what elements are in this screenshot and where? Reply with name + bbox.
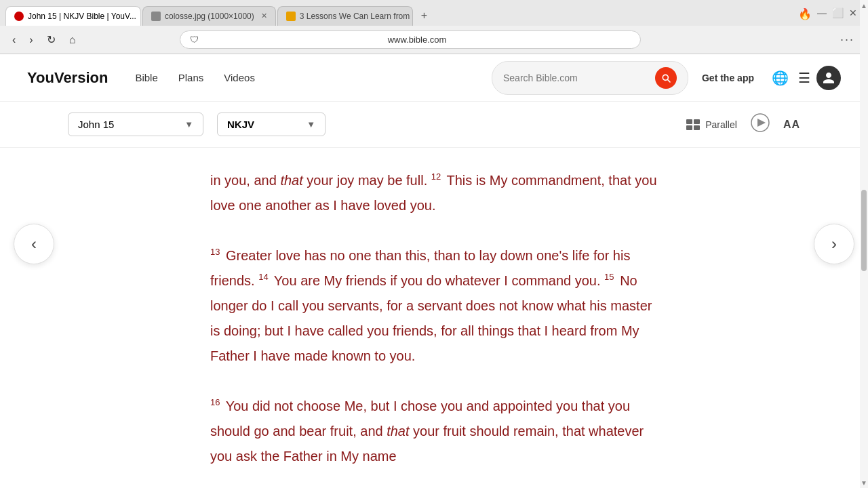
scrollbar-thumb[interactable] — [861, 190, 867, 271]
scrollbar[interactable]: ▲ ▼ — [860, 0, 868, 488]
tab-article[interactable]: 3 Lessons We Can Learn from P... ✕ — [277, 6, 413, 26]
user-icon — [822, 71, 835, 85]
verse-num-14: 14 — [258, 272, 268, 282]
prev-chapter-button[interactable]: ‹ — [14, 224, 54, 264]
book-label: John 15 — [78, 119, 114, 130]
verse-14-text: You are My friends if you do whatever I … — [271, 273, 604, 288]
parallel-button[interactable]: Parallel — [686, 119, 737, 130]
maximize-icon[interactable]: ⬜ — [832, 7, 844, 20]
verse-num-12: 12 — [431, 171, 441, 182]
content-area: ‹ in you, and that your joy may be full.… — [0, 148, 868, 488]
audio-button[interactable] — [751, 113, 770, 136]
next-arrow-icon: › — [831, 235, 837, 253]
tab-favicon-article — [286, 12, 296, 21]
verse-text-prefix: in you, and — [210, 173, 280, 188]
refresh-button[interactable]: ↻ — [43, 30, 60, 49]
back-button[interactable]: ‹ — [8, 31, 20, 49]
flame-icon: 🔥 — [798, 7, 812, 20]
forward-button[interactable]: › — [25, 31, 37, 49]
search-button[interactable] — [655, 67, 677, 89]
main-nav: Bible Plans Videos — [135, 72, 254, 83]
bible-content: in you, and that your joy may be full. 1… — [197, 148, 671, 488]
search-icon — [660, 73, 671, 83]
home-button[interactable]: ⌂ — [65, 31, 80, 49]
font-size-button[interactable]: AA — [783, 119, 800, 131]
get-app-button[interactable]: Get the app — [702, 73, 754, 83]
tab-bar: John 15 | NKJV Bible | YouV... ✕ colosse… — [0, 0, 868, 26]
tab-label-bible: John 15 | NKJV Bible | YouV... — [28, 12, 136, 21]
tab-favicon-img — [151, 12, 161, 21]
menu-button[interactable]: ☰ — [792, 66, 816, 90]
security-icon: 🛡 — [190, 35, 199, 45]
verse-text-italic-that: that — [280, 173, 302, 188]
version-dropdown-arrow: ▼ — [307, 119, 315, 129]
nav-videos[interactable]: Videos — [224, 72, 255, 83]
tab-close-img[interactable]: ✕ — [261, 12, 267, 20]
book-selector[interactable]: John 15 ▼ — [68, 113, 203, 136]
version-label: NKJV — [227, 119, 254, 130]
window-controls: 🔥 — ⬜ ✕ — [793, 7, 863, 24]
svg-marker-1 — [757, 119, 766, 127]
user-avatar[interactable] — [816, 66, 841, 90]
tab-label-img: colosse.jpg (1000×1000) — [165, 12, 254, 21]
book-dropdown-arrow: ▼ — [184, 119, 193, 129]
scroll-down-button[interactable]: ▼ — [860, 479, 868, 487]
address-bar[interactable]: 🛡 www.bible.com — [180, 30, 641, 49]
verse-num-13: 13 — [210, 247, 220, 257]
nav-bible[interactable]: Bible — [135, 72, 157, 83]
tab-image[interactable]: colosse.jpg (1000×1000) ✕ — [142, 6, 276, 26]
browser-chrome: John 15 | NKJV Bible | YouV... ✕ colosse… — [0, 0, 868, 54]
youversion-logo[interactable]: YouVersion — [27, 69, 108, 87]
verse-num-16: 16 — [210, 397, 220, 407]
next-chapter-button[interactable]: › — [814, 224, 854, 264]
minimize-icon[interactable]: — — [817, 7, 827, 20]
verse-text-after-italic: your joy may be full. — [303, 173, 431, 188]
parallel-label: Parallel — [705, 119, 737, 130]
address-bar-row: ‹ › ↻ ⌂ 🛡 www.bible.com ··· — [0, 26, 868, 54]
prev-arrow-icon: ‹ — [31, 235, 37, 253]
parallel-icon — [686, 119, 700, 130]
audio-icon — [751, 113, 770, 132]
url-text: www.bible.com — [204, 35, 631, 45]
search-box[interactable] — [492, 61, 688, 95]
verse-num-15: 15 — [604, 272, 614, 282]
new-tab-button[interactable]: + — [414, 5, 434, 26]
tab-bible[interactable]: John 15 | NKJV Bible | YouV... ✕ — [5, 6, 141, 26]
bible-controls: John 15 ▼ NKJV ▼ Parallel AA — [0, 102, 868, 148]
browser-more-button[interactable]: ··· — [835, 30, 860, 49]
verse-16-italic-that: that — [387, 424, 409, 439]
bible-text: in you, and that your joy may be full. 1… — [210, 168, 658, 469]
tab-label-article: 3 Lessons We Can Learn from P... — [300, 12, 413, 21]
nav-plans[interactable]: Plans — [178, 72, 204, 83]
site-header: YouVersion Bible Plans Videos Get the ap… — [0, 54, 868, 102]
tab-favicon-bible — [14, 12, 24, 21]
version-selector[interactable]: NKJV ▼ — [217, 113, 326, 136]
language-button[interactable]: 🌐 — [768, 66, 792, 90]
search-input[interactable] — [503, 73, 651, 83]
close-window-icon[interactable]: ✕ — [849, 7, 857, 20]
scroll-up-button[interactable]: ▲ — [860, 1, 868, 9]
